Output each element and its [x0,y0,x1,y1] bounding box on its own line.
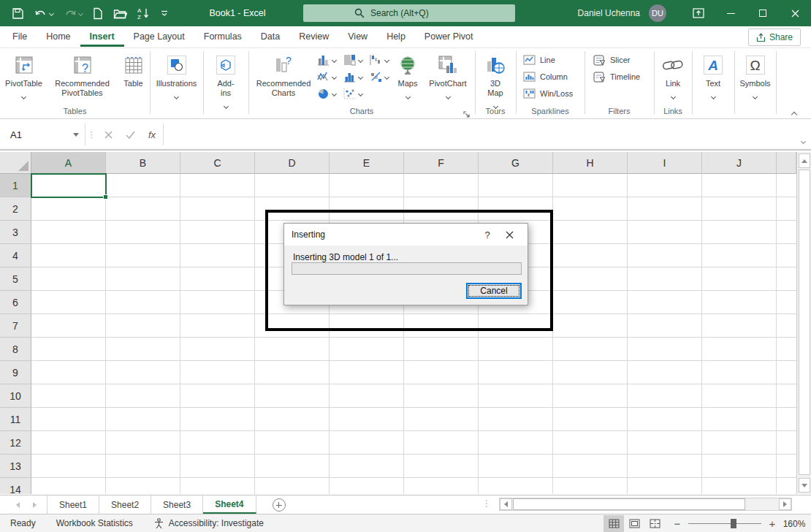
column-header-c[interactable]: C [180,152,255,174]
sheet-tab-sheet1[interactable]: Sheet1 [47,495,99,514]
ribbon-display-options-button[interactable] [682,0,715,26]
page-layout-view-button[interactable] [624,515,644,532]
row-header-12[interactable]: 12 [0,431,31,455]
horizontal-scrollbar[interactable] [499,498,792,511]
insert-pie-chart-button[interactable] [317,86,336,102]
slicer-button[interactable]: Slicer [593,53,631,67]
sheet-nav-right-button[interactable] [33,502,37,508]
recommended-pivottables-button[interactable]: ? Recommended PivotTables [47,48,118,98]
normal-view-button[interactable] [604,515,624,532]
dialog-title-bar[interactable]: Inserting ? [284,224,528,246]
workbook-statistics-button[interactable]: Workbook Statistics [46,518,143,528]
illustrations-button[interactable]: Illustrations [151,48,202,101]
column-header-g[interactable]: G [479,152,553,174]
maps-button[interactable]: Maps [392,48,424,101]
timeline-button[interactable]: Timeline [593,69,640,84]
column-header-e[interactable]: E [330,152,404,174]
column-header-f[interactable]: F [404,152,479,174]
column-header-a[interactable]: A [31,152,106,174]
share-button[interactable]: Share [748,28,801,46]
row-header-5[interactable]: 5 [0,267,31,291]
cancel-button[interactable]: Cancel [466,283,522,299]
dialog-close-button[interactable] [498,227,520,243]
sheet-tab-sheet2[interactable]: Sheet2 [99,495,151,514]
cancel-entry-button[interactable] [97,124,119,145]
column-header-j[interactable]: J [702,152,777,174]
customize-qat-button[interactable] [161,10,168,17]
pivotchart-button[interactable]: PivotChart [424,48,472,101]
insert-line-chart-button[interactable] [317,69,336,85]
tab-file[interactable]: File [3,27,37,47]
user-name[interactable]: Daniel Uchenna [578,8,640,18]
tab-review[interactable]: Review [289,27,338,47]
tab-home[interactable]: Home [37,27,80,47]
sparkline-line-button[interactable]: Line [523,53,555,67]
sparkline-winloss-button[interactable]: Win/Loss [523,86,573,101]
scroll-down-button[interactable] [799,478,810,493]
page-break-preview-button[interactable] [644,515,665,532]
select-all-corner[interactable] [0,152,31,174]
row-header-11[interactable]: 11 [0,408,31,431]
search-box[interactable]: Search (Alt+Q) [303,4,515,22]
maximize-button[interactable] [747,0,779,26]
minimize-button[interactable] [715,0,747,26]
formula-input[interactable] [170,123,793,145]
column-header-i[interactable]: I [628,152,702,174]
sparkline-column-button[interactable]: Column [523,69,568,84]
row-header-6[interactable]: 6 [0,291,31,314]
vertical-scrollbar[interactable] [796,152,811,494]
new-sheet-button[interactable] [273,498,286,512]
insert-column-chart-button[interactable] [317,52,336,68]
row-header-3[interactable]: 3 [0,221,31,244]
row-header-4[interactable]: 4 [0,244,31,267]
avatar[interactable]: DU [649,4,666,22]
zoom-out-button[interactable]: − [672,517,682,530]
scroll-up-button[interactable] [799,153,810,168]
column-header-partial[interactable] [777,152,796,174]
tab-power-pivot[interactable]: Power Pivot [415,27,483,47]
save-button[interactable] [12,7,24,20]
zoom-slider-handle[interactable] [731,519,736,528]
pivottable-button[interactable]: PivotTable [1,48,47,101]
redo-button[interactable] [64,8,83,19]
text-button[interactable]: A Text [695,48,731,101]
tab-formulas[interactable]: Formulas [194,27,251,47]
column-header-h[interactable]: H [553,152,628,174]
formula-bar-expand-button[interactable] [802,133,805,146]
open-button[interactable] [113,8,127,19]
row-header-1[interactable]: 1 [0,174,31,197]
name-box[interactable]: A1 [4,124,85,145]
zoom-level[interactable]: 160% [777,519,811,529]
zoom-in-button[interactable]: + [767,517,777,530]
accessibility-button[interactable]: Accessibility: Investigate [143,518,274,529]
tab-page-layout[interactable]: Page Layout [124,27,194,47]
row-header-9[interactable]: 9 [0,361,31,384]
tab-view[interactable]: View [338,27,377,47]
collapse-ribbon-button[interactable] [792,107,802,115]
tab-data[interactable]: Data [251,27,289,47]
row-header-10[interactable]: 10 [0,384,31,408]
sheet-nav-left-button[interactable] [16,502,20,508]
row-header-7[interactable]: 7 [0,314,31,338]
row-header-14[interactable]: 14 [0,478,31,494]
row-header-2[interactable]: 2 [0,197,31,221]
symbols-button[interactable]: Ω Symbols [735,48,776,101]
new-file-button[interactable] [93,7,103,20]
link-button[interactable]: Link [655,48,690,101]
selected-cell-a1[interactable] [31,173,107,198]
undo-button[interactable] [34,8,53,19]
horizontal-scrollbar-thumb[interactable] [513,498,745,510]
insert-function-button[interactable]: fx [141,124,163,145]
column-header-b[interactable]: B [106,152,180,174]
enter-entry-button[interactable] [119,124,141,145]
close-button[interactable] [779,0,811,26]
insert-waterfall-chart-button[interactable] [370,52,389,68]
dialog-help-button[interactable]: ? [476,227,498,243]
row-header-8[interactable]: 8 [0,338,31,361]
insert-statistic-chart-button[interactable] [343,69,362,85]
row-header-13[interactable]: 13 [0,455,31,478]
fill-handle[interactable] [103,194,108,200]
tab-insert[interactable]: Insert [80,27,124,47]
zoom-slider[interactable] [688,523,761,524]
add-ins-button[interactable]: Add-ins [209,48,243,110]
